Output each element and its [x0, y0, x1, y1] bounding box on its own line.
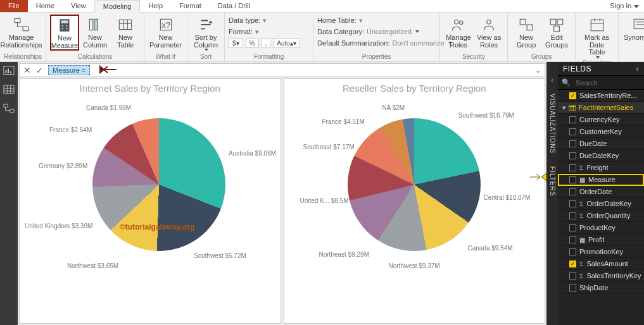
slice-label: United Kingdom $3.39M — [25, 223, 79, 230]
sort-icon — [198, 16, 214, 33]
tab-format[interactable]: Format — [171, 0, 210, 12]
field-checkbox[interactable] — [569, 200, 576, 207]
datatype-row[interactable]: Data type:▾ — [229, 15, 309, 26]
field-checkbox[interactable]: ✓ — [569, 92, 576, 99]
view-as-icon — [481, 16, 497, 33]
field-row[interactable]: ΣSalesTerritoryKey — [558, 270, 644, 282]
default-sum-value: Don't summarize — [392, 39, 444, 47]
field-row[interactable]: PromotionKey — [558, 246, 644, 258]
decimals-stepper[interactable]: Auto ▴▾ — [273, 38, 300, 48]
tab-file[interactable]: File — [0, 0, 28, 12]
field-row[interactable]: DueDateKey — [558, 150, 644, 162]
sort-by-column-button[interactable]: Sort by Column — [191, 15, 220, 52]
fields-search[interactable]: 🔍 — [558, 76, 644, 90]
field-checkbox[interactable] — [569, 224, 576, 231]
field-table-header[interactable]: ▾FactInternetSales — [558, 102, 644, 114]
field-row[interactable]: ΣFreight — [558, 162, 644, 174]
field-checkbox[interactable] — [569, 176, 576, 183]
field-row[interactable]: ShipDate — [558, 282, 644, 294]
new-measure-button[interactable]: New Measure — [50, 15, 79, 51]
field-row[interactable]: CustomerKey — [558, 126, 644, 138]
group-label: Groups — [512, 53, 571, 61]
field-row[interactable]: ✓ΣSalesAmount — [558, 258, 644, 270]
field-checkbox[interactable] — [569, 285, 576, 291]
group-label: Relationships — [4, 53, 42, 61]
field-row[interactable]: ΣOrderQuantity — [558, 210, 644, 222]
cancel-formula-button[interactable]: ✕ — [23, 65, 31, 75]
field-label: OrderDateKey — [586, 200, 631, 207]
filters-tab[interactable]: FILTERS — [549, 161, 556, 201]
decimals-label: Auto — [277, 40, 290, 47]
field-row[interactable]: ▦Measure — [558, 174, 644, 186]
model-view-icon[interactable] — [3, 104, 15, 114]
field-row[interactable]: ▦Profit — [558, 234, 644, 246]
field-label: SalesTerritoryKey — [586, 272, 641, 279]
field-checkbox[interactable] — [569, 116, 576, 123]
format-row[interactable]: Format:▾ — [229, 26, 309, 37]
currency-button[interactable]: $ ▾ — [229, 38, 243, 48]
field-row[interactable]: DueDate — [558, 138, 644, 150]
view-as-roles-button[interactable]: View as Roles — [474, 15, 503, 49]
search-input[interactable] — [574, 78, 644, 87]
synonyms-button[interactable]: Synonyms — [622, 15, 644, 42]
mark-as-date-table-button[interactable]: Mark as Date Table — [579, 15, 614, 59]
new-parameter-button[interactable]: x? New Parameter — [148, 15, 183, 49]
new-column-button[interactable]: New Column — [80, 15, 110, 51]
field-checkbox[interactable]: ✓ — [569, 261, 576, 267]
chart-internet-sales[interactable]: Internet Sales by Territory Region Canad… — [19, 78, 281, 324]
new-group-button[interactable]: New Group — [512, 15, 541, 49]
field-checkbox[interactable] — [569, 236, 576, 243]
pie-container: NA $2M France $4.51M Southeast $7.17M Un… — [284, 99, 545, 319]
new-table-button[interactable]: New Table — [111, 15, 140, 51]
group-relationships: Manage Relationships Relationships — [0, 13, 46, 61]
field-row[interactable]: CurrencyKey — [558, 114, 644, 126]
field-checkbox[interactable] — [569, 273, 576, 279]
manage-roles-label: Manage Roles — [446, 34, 471, 49]
tab-help[interactable]: Help — [140, 0, 171, 12]
formula-input[interactable]: Measure = — [48, 65, 90, 75]
group-qa: Synonyms 🌐 Language ▾ 📑 Linguistic Schem… — [619, 13, 644, 61]
expand-pane-button[interactable]: ‹ — [551, 76, 553, 86]
default-sum-row[interactable]: Default Summarization: Don't summarize — [317, 37, 436, 49]
comma-button[interactable]: , — [262, 38, 271, 48]
chart-reseller-sales[interactable]: Reseller Sales by Territory Region NA $2… — [284, 78, 546, 324]
data-view-icon[interactable] — [3, 85, 15, 95]
field-row[interactable]: OrderDate — [558, 186, 644, 198]
callout-arrow-icon — [529, 171, 548, 183]
field-checkbox[interactable] — [569, 164, 576, 171]
manage-roles-button[interactable]: Manage Roles — [444, 15, 473, 49]
manage-relationships-button[interactable]: Manage Relationships — [4, 15, 39, 49]
field-checkbox[interactable] — [569, 140, 576, 147]
field-row[interactable]: ✓SalesTerritoryRe... — [558, 90, 644, 102]
field-checkbox[interactable] — [569, 128, 576, 135]
sigma-icon: Σ — [579, 200, 583, 207]
collapse-pane-button[interactable]: › — [636, 64, 640, 73]
formula-expand-button[interactable]: ⌄ — [535, 66, 541, 75]
edit-groups-icon — [548, 16, 565, 33]
visualizations-tab[interactable]: VISUALIZATIONS — [549, 89, 556, 159]
home-table-row[interactable]: Home Table:▾ — [317, 15, 436, 26]
tab-data-drill[interactable]: Data / Drill — [210, 0, 258, 12]
group-groups: New Group Edit Groups Groups — [508, 13, 576, 61]
field-checkbox[interactable] — [569, 152, 576, 159]
tab-home[interactable]: Home — [28, 0, 63, 12]
data-category-row[interactable]: Data Category: Uncategorized — [317, 26, 436, 37]
tab-view[interactable]: View — [63, 0, 94, 12]
field-checkbox[interactable] — [569, 188, 576, 195]
group-label: Q&A — [622, 53, 644, 61]
field-row[interactable]: ProductKey — [558, 222, 644, 234]
slice-label: Canada $9.54M — [468, 245, 513, 252]
field-label: SalesAmount — [586, 260, 628, 267]
edit-groups-button[interactable]: Edit Groups — [542, 15, 571, 49]
sign-in-link[interactable]: Sign in — [605, 0, 644, 12]
mark-as-label: Mark as Date Table — [581, 34, 612, 56]
tab-modeling[interactable]: Modeling — [94, 0, 141, 13]
field-checkbox[interactable] — [569, 248, 576, 255]
field-row[interactable]: ΣOrderDateKey — [558, 198, 644, 210]
commit-formula-button[interactable]: ✓ — [36, 66, 43, 75]
report-view-icon[interactable] — [3, 66, 15, 76]
percent-button[interactable]: % — [246, 38, 259, 48]
chevron-down-icon — [415, 30, 419, 33]
field-checkbox[interactable] — [569, 212, 576, 219]
svg-rect-22 — [634, 19, 644, 28]
